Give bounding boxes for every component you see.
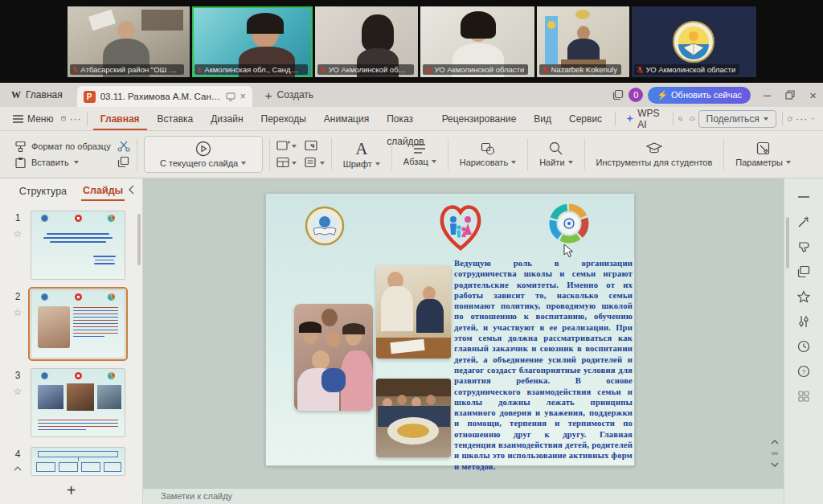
favorites-star-icon[interactable] (796, 289, 811, 304)
plus-icon: + (265, 88, 272, 102)
slide-nav-divider (771, 452, 779, 455)
slide-2-thumbnail-selected[interactable] (31, 289, 125, 359)
collapse-panel-icon[interactable] (128, 185, 134, 195)
from-current-slide-label: С текущего слайда (160, 158, 238, 168)
school-emblem-logo[interactable] (305, 206, 345, 246)
canvas-scrollbar[interactable] (786, 217, 789, 268)
participant-tile-1[interactable]: Атбасарский район "ОШ №1 с ... (68, 6, 190, 77)
play-from-current-slide-button[interactable]: С текущего слайда (144, 136, 263, 173)
ribbon-tab-review[interactable]: Рецензирование (435, 108, 524, 130)
star-icon[interactable]: ☆ (14, 387, 23, 395)
ribbon-tab-slideshow[interactable]: Показ слайдов (379, 108, 431, 130)
slide-1-thumbnail[interactable] (31, 211, 125, 280)
document-tab[interactable]: P 03.11. Рахимова А.М. Санды × (77, 86, 252, 107)
new-slide-button[interactable] (276, 140, 297, 152)
participant-tile-6[interactable]: УО Акмолинской области (632, 6, 756, 77)
paragraph-menu-button[interactable]: Абзац (399, 141, 441, 168)
tab-settings-icon[interactable] (788, 113, 792, 125)
participant-tile-5[interactable]: Nazarbek Kokenuly (537, 6, 629, 77)
muted-mic-icon (637, 66, 644, 74)
ribbon-tab-view[interactable]: Вид (526, 108, 559, 130)
slide-4-thumbnail[interactable] (31, 447, 125, 476)
slide-thumbnail-row-3: 3☆ (8, 368, 142, 437)
ribbon-tab-design[interactable]: Дизайн (203, 108, 250, 130)
video-conference-strip: Атбасарский район "ОШ №1 с ... Акмолинск… (0, 0, 823, 83)
animation-pane-icon[interactable] (796, 240, 811, 254)
restore-window-button[interactable] (785, 90, 795, 100)
options-menu-button[interactable]: Параметры (731, 140, 796, 169)
family-heart-logo[interactable] (438, 199, 483, 253)
help-icon[interactable]: ? (796, 364, 811, 379)
tab-slides[interactable]: Слайды (81, 182, 125, 201)
document-tab-title: 03.11. Рахимова А.М. Санды (100, 92, 221, 101)
new-document-label: Создать (276, 89, 313, 100)
slide-panel-scrollbar[interactable] (137, 214, 141, 265)
ribbon-tab-transitions[interactable]: Переходы (254, 108, 313, 130)
quick-tools-icon[interactable] (796, 215, 811, 229)
slide-list-button[interactable] (305, 157, 325, 169)
slide-photo-children-group[interactable] (294, 304, 373, 411)
current-slide[interactable]: Ведущую роль в организации сотрудничеств… (265, 193, 635, 466)
slide-layout-pane-icon[interactable] (796, 264, 811, 279)
collapse-ribbon-icon[interactable] (811, 116, 815, 121)
more-tools-icon[interactable]: ··· (796, 113, 808, 125)
cut-icon[interactable] (117, 141, 130, 152)
collapse-rail-button[interactable] (796, 190, 811, 204)
find-icon (549, 141, 563, 155)
find-menu-button[interactable]: Найти (534, 140, 577, 169)
more-actions-icon[interactable]: ··· (69, 113, 81, 125)
notification-badge[interactable]: 0 (629, 88, 643, 102)
chevron-up-icon[interactable] (14, 466, 22, 471)
previous-slide-button[interactable] (771, 440, 779, 445)
slide-3-thumbnail[interactable] (31, 368, 125, 437)
participant-tile-4[interactable]: УО Акмолинской области (420, 6, 534, 77)
paste-button[interactable]: Вставить (14, 157, 111, 169)
slide-thumbnail-row-1: 1☆ (8, 211, 142, 280)
mouse-cursor (563, 244, 574, 258)
slide-thumbnail-row-4: 4 (8, 447, 142, 476)
new-document-button[interactable]: + Создать (257, 88, 321, 102)
ribbon-tab-animation[interactable]: Анимация (317, 108, 376, 130)
share-button[interactable]: Поделиться (698, 110, 776, 128)
tab-outline[interactable]: Структура (18, 182, 68, 200)
star-icon[interactable]: ☆ (14, 230, 23, 238)
apps-grid-icon[interactable] (796, 389, 811, 404)
close-document-tab-icon[interactable]: × (240, 91, 246, 102)
copy-icon[interactable] (117, 156, 129, 168)
slide-preview-button[interactable] (305, 140, 325, 152)
slide-photo-teacher-and-boy[interactable] (376, 265, 451, 359)
slide-body-text[interactable]: Ведущую роль в организации сотрудничеств… (454, 258, 633, 472)
save-icon[interactable] (61, 113, 66, 125)
student-tools-button[interactable]: Инструменты для студентов (592, 141, 718, 169)
cloud-sync-icon[interactable] (690, 113, 695, 124)
search-icon[interactable] (678, 113, 683, 125)
add-slide-button[interactable]: + (0, 477, 142, 504)
main-menu-button[interactable]: Меню (8, 107, 58, 131)
participant-tile-2-active-speaker[interactable]: Акмолинская обл., Сандыктауский ... (192, 6, 313, 77)
wps-ai-button[interactable]: WPS AI (621, 107, 667, 131)
minimize-window-button[interactable]: ─ (764, 90, 771, 100)
slide-notes-bar[interactable]: Заметки к слайду (143, 488, 784, 504)
find-label: Найти (539, 158, 564, 167)
participant-tile-3[interactable]: УО Акмолинской области (315, 6, 418, 77)
slide-photo-class-at-table[interactable] (376, 379, 451, 457)
update-now-button[interactable]: ⚡ Обновить сейчас (648, 87, 751, 104)
star-icon[interactable]: ☆ (14, 309, 23, 317)
muted-mic-icon (425, 66, 432, 74)
presentation-file-icon: P (84, 91, 96, 103)
next-slide-button[interactable] (771, 462, 779, 467)
settings-sliders-icon[interactable] (796, 314, 811, 329)
slide-layout-button[interactable] (276, 157, 297, 169)
update-now-label: Обновить сейчас (671, 90, 742, 100)
ribbon-tab-tools[interactable]: Сервис (562, 108, 609, 130)
ring-diagram-logo[interactable] (549, 203, 589, 244)
wps-home-tab[interactable]: W Главная (6, 83, 72, 107)
history-clock-icon[interactable] (796, 339, 811, 354)
draw-menu-button[interactable]: Нарисовать (455, 141, 521, 169)
window-stack-icon[interactable] (612, 89, 624, 100)
format-painter-button[interactable]: Формат по образцу (14, 141, 111, 153)
ribbon-tab-insert[interactable]: Вставка (150, 108, 201, 130)
close-window-button[interactable]: × (809, 89, 817, 101)
ribbon-tab-home[interactable]: Главная (93, 108, 147, 130)
font-menu-button[interactable]: А Шрифт (338, 139, 385, 170)
